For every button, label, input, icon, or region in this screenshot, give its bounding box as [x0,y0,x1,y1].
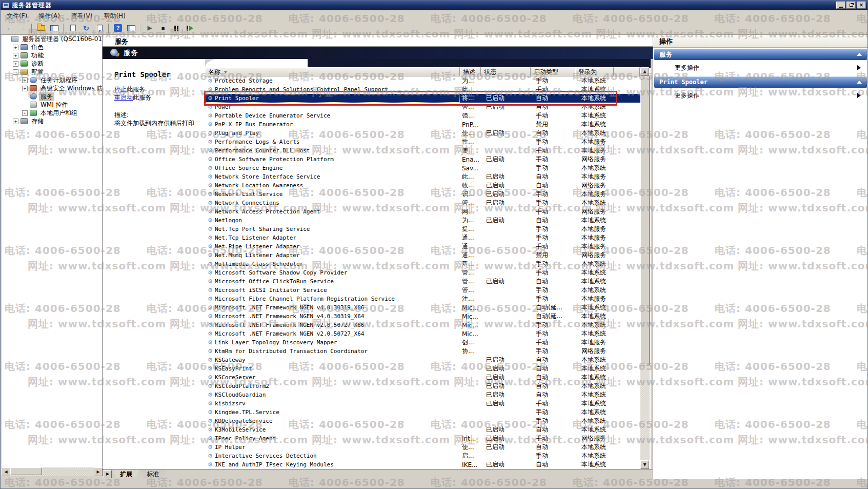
table-row[interactable]: ⚙Office Software Protection PlatformEna.… [205,155,640,164]
table-row[interactable]: ⚙Network Access Protection Agent网...手动网络… [205,207,640,216]
help-button[interactable]: ? [112,23,124,34]
more-actions-services[interactable]: 更多操作 [654,61,867,75]
pause-service-button[interactable] [170,23,183,34]
tree-item-存储[interactable]: +存储 [2,117,102,125]
table-row[interactable]: ⚙KSCloudGuardian已启动自动本地系统 [205,390,640,399]
table-row[interactable]: ⚙Office Source EngineSav...手动本地系统 [205,164,640,172]
scroll-up-icon[interactable]: ▲ [640,67,649,76]
table-row[interactable]: ⚙Kingdee.TPL.Service手动本地系统 [205,408,640,417]
export-list-button[interactable] [93,23,106,34]
table-row[interactable]: ⚙Performance Logs & Alerts性...手动本地服务 [205,138,640,146]
table-row[interactable]: ⚙Microsoft iSCSI Initiator Service管...手动… [205,286,640,295]
stop-service-link[interactable]: 停止 [114,86,127,93]
tab-scroll-button[interactable]: ▶ [104,470,112,478]
tree-item-WMI控件[interactable]: WMI 控件 [2,101,102,109]
tree-item-本地用户和组[interactable]: +本地用户和组 [2,109,102,117]
table-row[interactable]: ⚙IP Helper使...已启动自动本地系统 [205,443,640,452]
start-service-button[interactable]: ▶ [144,23,156,34]
table-row[interactable]: ⚙Net.Msmq Listener Adapter通...禁用网络服务 [205,251,640,260]
table-row[interactable]: ⚙KSCoreServer已启动自动本地系统 [205,373,640,382]
table-row[interactable]: ⚙Network Location Awareness收...已启动自动网络服务 [205,181,640,190]
column-header-startup[interactable]: 启动类型 [531,67,575,76]
console-panel-button[interactable] [48,23,60,34]
table-row[interactable]: ⚙IKE and AuthIP IPsec Keying ModulesIKE.… [205,460,640,469]
table-row[interactable]: ⚙Network Connections管...已启动手动本地系统 [205,199,640,207]
column-header-status[interactable]: 状态 [481,67,531,76]
tree-horizontal-scrollbar[interactable]: ◀ ▶ [2,467,103,476]
table-row[interactable]: ⚙Net.Pipe Listener Adapter通...手动本地服务 [205,242,640,251]
scroll-left-icon[interactable]: ◀ [2,467,10,476]
taskpad-view-button[interactable] [125,23,137,34]
table-row[interactable]: ⚙Portable Device Enumerator Service强...手… [205,111,640,120]
table-row[interactable]: ⚙Plug and Play使...已启动自动本地系统 [205,129,640,138]
menu-item-v[interactable]: 查看(V) [66,10,98,22]
table-row[interactable]: ⚙IPsec Policy AgentInt...已启动手动网络服务 [205,434,640,443]
table-row[interactable]: ⚙KtmRm for Distributed Transaction Coord… [205,347,640,356]
collapse-icon[interactable] [857,81,862,84]
actions-section-print-spooler[interactable]: Print Spooler [654,76,867,88]
tree-item-高级安全Windows防[interactable]: +高级安全 Windows 防火墙 [2,84,102,92]
restore-button[interactable] [846,2,856,9]
tree-item-角色[interactable]: +角色 [2,43,102,51]
expand-icon[interactable]: + [22,77,28,83]
table-row[interactable]: ⚙Microsoft Fibre Channel Platform Regist… [205,295,640,303]
table-row[interactable]: ⚙Microsoft .NET Framework NGEN v2.0.5072… [205,329,640,338]
table-row[interactable]: ⚙Microsoft .NET Framework NGEN v4.0.3031… [205,303,640,312]
tree-item-服务[interactable]: 服务 [2,92,102,101]
tree-item-功能[interactable]: +功能 [2,51,102,60]
table-row[interactable]: ⚙kisbizsrv已启动手动本地系统 [205,399,640,408]
expand-icon[interactable]: + [13,61,18,67]
tree-item-诊断[interactable]: +诊断 [2,60,102,68]
column-header-desc[interactable]: 描述 [460,67,481,76]
table-row[interactable]: ⚙K3MobileService已启动自动本地系统 [205,425,640,434]
menu-item-f[interactable]: 文件(F) [2,10,32,22]
tree-item-配置[interactable]: −配置 [2,68,102,76]
table-row[interactable]: ⚙Protected Storage为...手动本地系统 [205,76,640,85]
table-row[interactable]: ⚙Net.Tcp Listener Adapter通...手动本地服务 [205,233,640,242]
menu-item-a[interactable]: 操作(A) [33,10,65,22]
scrollbar-thumb[interactable] [640,76,650,365]
properties-button[interactable] [67,23,79,34]
table-row[interactable]: ⚙Microsoft .NET Framework NGEN v2.0.5072… [205,321,640,329]
table-row[interactable]: ⚙Performance Counter DLL Host使...手动本地服务 [205,146,640,155]
actions-section-services[interactable]: 服务 [654,49,867,60]
tree-item-任务计划程序[interactable]: +任务计划程序 [2,76,102,84]
table-row[interactable]: ⚙KSGateway已启动自动本地系统 [205,356,640,364]
back-button[interactable]: ← [3,23,15,34]
table-row[interactable]: ⚙PnP-X IP Bus EnumeratorPnP...禁用本地系统 [205,120,640,129]
table-row[interactable]: ⚙Multimedia Class Scheduler基...手动本地系统 [205,260,640,268]
table-row[interactable]: ⚙KDDelegateService手动本地系统 [205,417,640,425]
restart-service-button[interactable] [184,23,196,34]
collapse-icon[interactable]: − [13,69,18,75]
column-header-name[interactable]: 名称 [205,67,460,76]
title-bar[interactable]: 服务器管理器 × [1,1,867,10]
tree-item-服务器管理器QSC160[interactable]: 服务器管理器 (QSC1606-0164) [2,35,102,43]
expand-icon[interactable]: + [13,53,18,58]
minimize-button[interactable] [836,2,845,9]
scrollbar-thumb[interactable] [10,467,42,475]
expand-icon[interactable]: + [13,119,18,124]
table-row[interactable]: ⚙Network Store Interface Service此...已启动自… [205,172,640,181]
refresh-button[interactable]: ↻ [80,23,92,34]
table-row[interactable]: ⚙Link-Layer Topology Discovery Mapper创..… [205,338,640,347]
expand-icon[interactable]: + [22,86,28,91]
tab-standard[interactable]: 标准 [139,470,166,478]
table-row[interactable]: ⚙Network List Service识...已启动手动本地服务 [205,190,640,199]
expand-icon[interactable]: + [13,45,18,50]
column-header-logon[interactable]: 登录为 [575,67,614,76]
menu-item-h[interactable]: 帮助(H) [98,10,130,22]
tab-extended[interactable]: 扩展 [113,470,139,478]
stop-service-button[interactable]: ■ [157,23,169,34]
show-hide-console-tree-button[interactable] [35,23,47,34]
close-button[interactable]: × [857,2,866,9]
more-actions-print-spooler[interactable]: 更多操作 [654,88,867,103]
list-vertical-scrollbar[interactable]: ▲ ▼ [640,67,650,469]
table-row[interactable]: ⚙Microsoft .NET Framework NGEN v4.0.3031… [205,312,640,321]
collapse-icon[interactable] [857,53,862,56]
expand-icon[interactable]: + [22,110,28,116]
scroll-down-icon[interactable]: ▼ [640,460,649,469]
table-row[interactable]: ⚙Netlogon为...已启动自动本地系统 [205,216,640,225]
table-row[interactable]: ⚙Net.Tcp Port Sharing Service提...手动本地服务 [205,225,640,233]
table-row[interactable]: ⚙KSEasyPrint已启动自动本地系统 [205,364,640,373]
table-row[interactable]: ⚙Microsoft Software Shadow Copy Provider… [205,268,640,277]
